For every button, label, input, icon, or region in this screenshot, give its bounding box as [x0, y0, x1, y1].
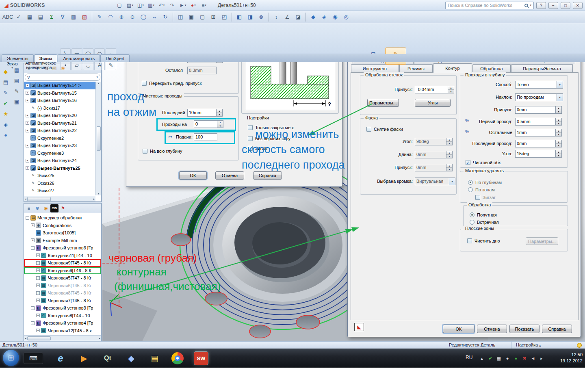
- closed-areas-checkbox[interactable]: [248, 125, 253, 130]
- tree-item[interactable]: + ▦ Черновая8[T45 - 8 Кг: [24, 289, 101, 297]
- camworks-icon[interactable]: CW: [50, 204, 58, 212]
- chamfer-checkbox[interactable]: [366, 127, 371, 132]
- box-small-icon[interactable]: ▣: [12, 97, 21, 106]
- ok-button[interactable]: ОК: [443, 325, 474, 333]
- bom-icon[interactable]: ▥: [68, 12, 79, 22]
- expand-toggle-icon[interactable]: +: [36, 269, 40, 272]
- command-tab[interactable]: Эскиз: [34, 54, 58, 62]
- expand-toggle-icon[interactable]: −: [31, 246, 35, 250]
- expand-toggle-icon[interactable]: +: [26, 114, 29, 117]
- edit-small-icon[interactable]: ✎: [12, 87, 21, 95]
- expand-toggle-icon[interactable]: +: [26, 166, 29, 170]
- light-icon[interactable]: ◎: [341, 12, 351, 22]
- hole-1[interactable]: [171, 234, 191, 246]
- tree-item[interactable]: + ◪ Вырез-Вытянуть23: [24, 142, 101, 149]
- menu-item[interactable]: [98, 0, 104, 11]
- spellcheck-icon[interactable]: ABC: [2, 12, 13, 22]
- slope-dropdown[interactable]: По проходам▾: [515, 93, 563, 101]
- finish-pass-checkbox[interactable]: ✓: [466, 160, 470, 165]
- feature-tree-vscrollbar[interactable]: ▴▾: [95, 82, 101, 195]
- cancel-button[interactable]: Отмена: [215, 171, 244, 180]
- camera-icon[interactable]: ◉: [330, 12, 340, 22]
- last-pass-input[interactable]: 0mm: [515, 140, 556, 147]
- last-pass-spinner[interactable]: ▴▾: [217, 109, 223, 117]
- four-view-icon[interactable]: ⊞: [208, 12, 219, 22]
- close-button[interactable]: ✕: [573, 2, 583, 9]
- design-table-icon[interactable]: ▧: [79, 12, 90, 22]
- last-pass-spinner[interactable]: ▴▾: [556, 140, 562, 147]
- filter-dropdown-icon[interactable]: ▾: [96, 76, 98, 79]
- window-icon[interactable]: ▢: [197, 12, 208, 22]
- tree-item[interactable]: − ◧ Фрезерный установ3 [Гр: [24, 244, 101, 252]
- chamfer-allowance-spinner[interactable]: ▴▾: [446, 164, 453, 171]
- expand-toggle-icon[interactable]: −: [31, 306, 35, 310]
- check-icon[interactable]: ✔: [1, 99, 10, 108]
- layers-icon[interactable]: ▤: [1, 78, 10, 87]
- new-doc-icon[interactable]: ▢: [115, 1, 124, 9]
- edge-dropdown[interactable]: Виртуальная▾: [415, 178, 455, 185]
- overlap-checkbox[interactable]: [142, 81, 147, 86]
- op-rough9[interactable]: + ▦ Черновая9[T45 - 8 Кг: [24, 259, 101, 267]
- clock[interactable]: 12:50 19.12.2012: [547, 352, 583, 364]
- tree-item[interactable]: ◠ Скругление2: [24, 134, 101, 142]
- tree-item[interactable]: + ◪ Вырез-Вытянуть24: [24, 157, 101, 165]
- depth-angle-input[interactable]: 15deg: [515, 150, 556, 158]
- tree-item[interactable]: − ◧ Фрезерный установ4 [Гр: [24, 319, 101, 327]
- expand-toggle-icon[interactable]: +: [36, 261, 40, 265]
- corners-button[interactable]: Углы: [415, 99, 451, 107]
- zoom-out-icon[interactable]: ⊖: [127, 12, 138, 22]
- first-pass-spinner[interactable]: ▴▾: [556, 118, 562, 126]
- flag-icon[interactable]: ⚑: [59, 204, 67, 212]
- angle-icon[interactable]: ∠: [282, 12, 292, 22]
- tree-item[interactable]: + ▦ Черновая12[T45 - 8 к: [24, 327, 101, 335]
- feature-cut14[interactable]: + ◪ Вырез-Вытянуть14->: [24, 82, 101, 89]
- expand-toggle-icon[interactable]: +: [36, 284, 40, 287]
- tree-item[interactable]: ◠ Скругление3: [24, 149, 101, 157]
- section-icon[interactable]: ◰: [219, 12, 230, 22]
- tree-item[interactable]: + ◪ Вырез-Вытянуть15: [24, 89, 101, 97]
- expand-toggle-icon[interactable]: +: [31, 238, 35, 242]
- mass-props-icon[interactable]: ◪: [293, 12, 303, 22]
- rest-passes-spinner[interactable]: ▴▾: [556, 129, 562, 136]
- help-button[interactable]: ?: [536, 2, 546, 9]
- passes-on-spinner[interactable]: ▴▾: [217, 120, 223, 128]
- tree-item[interactable]: − ▤ Менеджер обработки: [24, 214, 101, 222]
- search-input[interactable]: Поиск в Справке по SolidWorks ▾: [445, 2, 534, 9]
- tree-item[interactable]: + ◪ Вырез-Вытянуть20: [24, 112, 101, 119]
- command-tab[interactable]: Анализировать: [58, 54, 100, 62]
- scene-icon[interactable]: ◈: [319, 12, 329, 22]
- expand-toggle-icon[interactable]: +: [36, 314, 40, 317]
- cancel-button[interactable]: Отмена: [477, 325, 507, 333]
- dropdown-icon[interactable]: ▾: [449, 178, 455, 185]
- viewport-single-icon[interactable]: ▣: [186, 12, 197, 22]
- tree-item[interactable]: + ▦ Черновая5[T47 - 8 Кг: [24, 274, 101, 282]
- sketch-entity-icon[interactable]: ✎: [1, 88, 10, 97]
- search-dropdown-icon[interactable]: ▾: [530, 4, 531, 7]
- depth-angle-spinner[interactable]: ▴▾: [556, 150, 562, 158]
- climb-radio[interactable]: [470, 212, 474, 217]
- tree-item[interactable]: + ▦ Черновая6[T45 - 8 Кг: [24, 282, 101, 290]
- tree-item[interactable]: + ◪ Вырез-Вытянуть21: [24, 119, 101, 127]
- point-icon[interactable]: ●: [1, 130, 10, 139]
- menu-item[interactable]: [52, 0, 58, 11]
- tray-network-icon[interactable]: ●: [513, 355, 519, 362]
- tree-item[interactable]: − ◧ Фрезерный установ3 [Гр: [24, 304, 101, 312]
- tree-item[interactable]: + ▣ Example Mill-mm: [24, 237, 101, 245]
- chamfer-length-spinner[interactable]: ▴▾: [446, 151, 453, 158]
- hole-3[interactable]: [249, 325, 271, 338]
- by-depth-radio[interactable]: [468, 180, 473, 185]
- tray-display-icon[interactable]: ▦: [496, 355, 502, 362]
- cam-tree-hscrollbar[interactable]: ◂▸: [24, 335, 101, 341]
- expand-toggle-icon[interactable]: +: [26, 129, 29, 132]
- status-custom[interactable]: Настройка ▴: [516, 342, 541, 347]
- preview-button[interactable]: Показать: [509, 325, 540, 333]
- tree-item[interactable]: ✎ Эскиз25: [24, 172, 101, 180]
- depth-allowance-input[interactable]: 0mm: [515, 106, 556, 114]
- zigzag-checkbox[interactable]: [248, 146, 253, 151]
- pan-icon[interactable]: ↔: [149, 12, 160, 22]
- tree-item[interactable]: + ◪ Вырез-Вытянуть16: [24, 97, 101, 104]
- expand-toggle-icon[interactable]: −: [26, 216, 29, 220]
- expand-toggle-icon[interactable]: +: [26, 159, 29, 162]
- list-small-icon[interactable]: ▤: [12, 76, 21, 85]
- wall-parameters-button[interactable]: Параметры...: [367, 99, 399, 107]
